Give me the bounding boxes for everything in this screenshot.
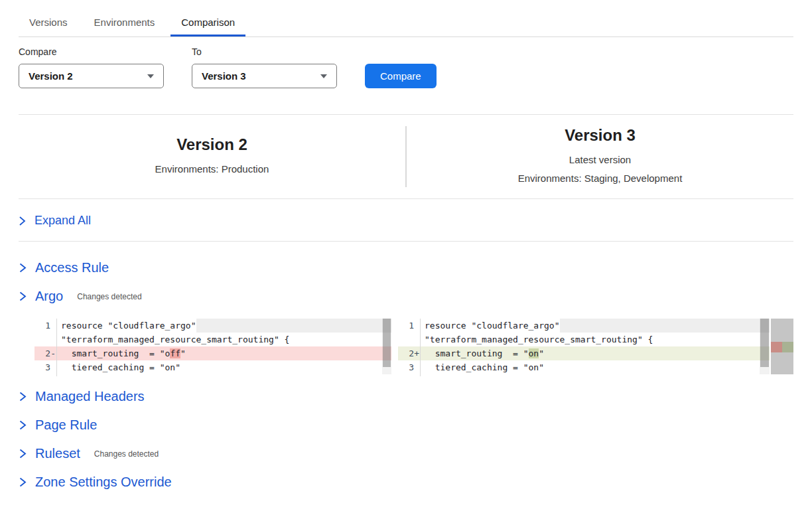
code-text: } [57, 374, 66, 376]
argo-diff: 1 resource "cloudflare_argo" "terraform_… [34, 319, 793, 376]
right-version-environments: Environments: Staging, Development [407, 169, 793, 188]
compare-version-select[interactable]: Version 2 [19, 64, 164, 88]
line-number [34, 333, 57, 346]
to-version-select-value: Version 3 [202, 70, 246, 82]
left-version-title: Version 2 [19, 135, 405, 154]
code-text: resource "cloudflare_argo" [57, 319, 196, 333]
scrollbar-thumb[interactable] [760, 319, 769, 367]
tab-bar: Versions Environments Comparison [19, 0, 793, 37]
code-text: tiered_caching = "on" [57, 360, 180, 374]
removed-word-highlight: ff [170, 348, 180, 358]
tab-environments[interactable]: Environments [84, 11, 166, 37]
code-line: "terraform_managed_resource_smart_routin… [34, 333, 391, 346]
section-label: Argo [35, 289, 63, 304]
line-number: 1 [34, 319, 57, 333]
line-shade [196, 319, 392, 333]
line-number [34, 374, 57, 376]
left-version-environments: Environments: Production [19, 160, 405, 179]
code-line: 1 resource "cloudflare_argo" [398, 319, 793, 333]
code-line: 3 tiered_caching = "on" [34, 360, 391, 374]
code-line: } [398, 374, 793, 376]
code-text: smart_routing = "on" [421, 346, 544, 360]
section-label: Access Rule [35, 260, 109, 275]
code-text: smart_routing = "off" [57, 346, 186, 360]
chevron-right-icon [19, 419, 27, 431]
section-label: Ruleset [35, 446, 80, 461]
chevron-right-icon [19, 291, 27, 302]
section-managed-headers[interactable]: Managed Headers [19, 389, 793, 404]
right-version-title: Version 3 [407, 126, 793, 145]
compare-button[interactable]: Compare [365, 64, 437, 88]
tab-comparison[interactable]: Comparison [170, 11, 245, 37]
to-version-select[interactable]: Version 3 [192, 64, 337, 88]
code-line-added: 2+ smart_routing = "on" [398, 346, 793, 360]
section-label: Zone Settings Override [35, 475, 172, 490]
code-line: 3 tiered_caching = "on" [398, 360, 793, 374]
line-number: 2- [34, 346, 57, 360]
chevron-right-icon [19, 477, 27, 488]
to-field: To Version 3 [192, 46, 337, 88]
chevron-down-icon [147, 74, 154, 78]
compare-version-select-value: Version 2 [29, 70, 73, 82]
compare-form: Compare Version 2 To Version 3 Compare [19, 46, 793, 88]
expand-all-label: Expand All [34, 214, 91, 228]
changes-badge: Changes detected [94, 449, 159, 459]
section-ruleset[interactable]: Ruleset Changes detected [19, 446, 793, 461]
line-number [398, 374, 421, 376]
chevron-right-icon [19, 391, 27, 402]
line-number [398, 333, 421, 346]
chevron-down-icon [320, 74, 327, 78]
line-number: 3 [34, 360, 57, 374]
code-text: } [421, 374, 430, 376]
section-label: Page Rule [35, 417, 97, 433]
changes-badge: Changes detected [77, 292, 141, 301]
code-line-removed: 2- smart_routing = "off" [34, 346, 391, 360]
section-zone-settings-override[interactable]: Zone Settings Override [19, 475, 793, 490]
comparison-page: Versions Environments Comparison Compare… [0, 0, 812, 490]
chevron-right-icon [19, 262, 27, 273]
overview-removed-marker [771, 342, 782, 352]
section-page-rule[interactable]: Page Rule [19, 417, 793, 433]
right-version-note: Latest version [407, 151, 793, 169]
code-text: tiered_caching = "on" [421, 360, 544, 374]
section-argo[interactable]: Argo Changes detected [19, 289, 793, 304]
compare-field-label: Compare [19, 46, 164, 57]
code-text: "terraform_managed_resource_smart_routin… [421, 333, 653, 346]
added-word-highlight: on [529, 348, 539, 358]
overview-added-marker [782, 342, 793, 352]
line-shade [560, 319, 794, 333]
expand-all-button[interactable]: Expand All [19, 199, 793, 242]
left-version-header: Version 2 Environments: Production [19, 135, 405, 179]
diff-left-pane: 1 resource "cloudflare_argo" "terraform_… [34, 319, 391, 376]
line-number: 3 [398, 360, 421, 374]
line-number: 2+ [398, 346, 421, 360]
compare-field: Compare Version 2 [19, 46, 164, 88]
scrollbar-track[interactable] [760, 319, 770, 374]
code-text: resource "cloudflare_argo" [421, 319, 560, 333]
scrollbar-track[interactable] [382, 319, 391, 374]
section-label: Managed Headers [35, 389, 145, 404]
tab-versions[interactable]: Versions [19, 11, 78, 37]
to-field-label: To [192, 46, 337, 57]
line-number: 1 [398, 319, 421, 333]
chevron-right-icon [19, 216, 26, 226]
version-headers: Version 2 Environments: Production Versi… [19, 115, 793, 199]
chevron-right-icon [19, 448, 27, 459]
diff-overview-ruler[interactable] [771, 319, 793, 374]
section-access-rule[interactable]: Access Rule [19, 260, 793, 275]
diff-right-pane: 1 resource "cloudflare_argo" "terraform_… [398, 319, 793, 376]
scrollbar-thumb[interactable] [383, 319, 391, 367]
code-line: "terraform_managed_resource_smart_routin… [398, 333, 793, 346]
right-version-header: Version 3 Latest version Environments: S… [407, 126, 793, 188]
code-text: "terraform_managed_resource_smart_routin… [57, 333, 289, 346]
code-line: 1 resource "cloudflare_argo" [34, 319, 391, 333]
code-line: } [34, 374, 391, 376]
